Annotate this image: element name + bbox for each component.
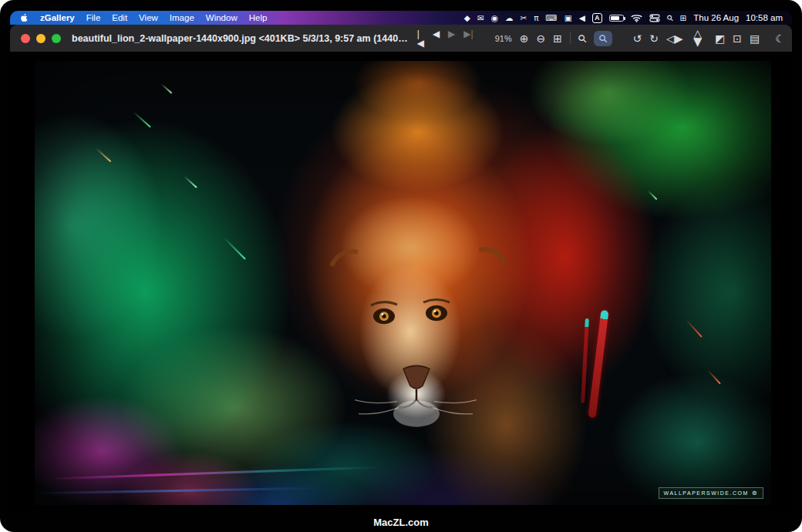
first-image-button[interactable]: |◀ bbox=[417, 29, 424, 48]
battery-fill bbox=[611, 16, 619, 20]
toolbar-divider bbox=[570, 32, 571, 44]
viewer-canvas: WALLPAPERSWIDE.COM ⊚ bbox=[10, 52, 792, 510]
scissors-icon[interactable]: ✂ bbox=[520, 14, 527, 22]
fullscreen-button[interactable] bbox=[52, 34, 61, 43]
light-ray bbox=[49, 466, 381, 480]
menu-file[interactable]: File bbox=[86, 13, 101, 22]
meteor-streak bbox=[133, 111, 151, 128]
magnifier-icon: ⚲ bbox=[596, 31, 611, 45]
meteor-streak bbox=[161, 83, 173, 94]
menu-window[interactable]: Window bbox=[206, 13, 238, 22]
feather-ornament bbox=[588, 309, 608, 417]
apple-menu-icon[interactable] bbox=[19, 12, 29, 23]
spotlight-icon[interactable]: ⚲ bbox=[665, 13, 675, 23]
light-ray bbox=[35, 487, 315, 494]
screen: zGallery File Edit View Image Window Hel… bbox=[10, 11, 792, 510]
menu-view[interactable]: View bbox=[139, 13, 158, 22]
menu-edit[interactable]: Edit bbox=[112, 13, 127, 22]
meteor-streak bbox=[647, 190, 657, 200]
meteor-streak bbox=[223, 237, 246, 260]
rotate-ccw-button[interactable]: ↺ bbox=[632, 33, 642, 44]
zoom-actual-button[interactable]: ⚲ bbox=[575, 32, 588, 45]
mail-icon[interactable]: ✉ bbox=[477, 14, 484, 22]
resize-button[interactable]: ⊡ bbox=[733, 33, 742, 44]
dark-mode-button[interactable]: ☾ bbox=[775, 33, 785, 44]
meteor-streak bbox=[96, 148, 112, 163]
battery-icon[interactable] bbox=[609, 15, 624, 22]
print-button[interactable]: ▤ bbox=[750, 33, 760, 44]
toolbar: ⊕ ⊖ ⊞ ⚲ ⚲ ↺ ↻ ◁▶ ◁▶ ◩ ⊡ ▤ ☾ ⊙ » bbox=[520, 31, 792, 46]
watermark: WALLPAPERSWIDE.COM ⊚ bbox=[659, 487, 763, 499]
macbook-frame: zGallery File Edit View Image Window Hel… bbox=[0, 0, 802, 532]
display-icon[interactable]: ▣ bbox=[564, 14, 572, 22]
cloud-icon[interactable]: ☁ bbox=[505, 14, 514, 22]
next-image-button[interactable]: ▶ bbox=[448, 29, 455, 48]
menubar-status-area: ◆ ✉ ◉ ☁ ✂ π ⌨ ▣ ◀ A bbox=[464, 13, 783, 23]
volume-icon[interactable]: ◀ bbox=[579, 14, 585, 22]
minimize-button[interactable] bbox=[36, 34, 45, 43]
menu-help[interactable]: Help bbox=[249, 13, 268, 22]
flip-horizontal-button[interactable]: ◁▶ bbox=[666, 33, 683, 44]
menu-image[interactable]: Image bbox=[170, 13, 194, 22]
meteor-streak bbox=[707, 369, 721, 384]
zoom-fit-button[interactable]: ⊞ bbox=[553, 33, 562, 44]
dropbox-icon[interactable]: ◆ bbox=[464, 14, 470, 22]
lion-face-drawing bbox=[35, 61, 771, 505]
meteor-streak bbox=[184, 175, 197, 187]
footer-brand: MacZL.com bbox=[0, 517, 802, 528]
control-center-icon[interactable] bbox=[649, 14, 660, 22]
previous-image-button[interactable]: ◀ bbox=[433, 29, 440, 48]
meteor-streak bbox=[686, 319, 703, 338]
feather-ornament bbox=[581, 318, 590, 403]
last-image-button[interactable]: ▶| bbox=[463, 29, 473, 48]
screen-mirroring-icon[interactable]: ⊞ bbox=[679, 14, 686, 22]
lion-image[interactable]: WALLPAPERSWIDE.COM ⊚ bbox=[35, 61, 771, 505]
close-button[interactable] bbox=[21, 34, 30, 43]
menubar: zGallery File Edit View Image Window Hel… bbox=[10, 11, 792, 25]
firefox-icon[interactable]: ◉ bbox=[491, 14, 498, 22]
window-titlebar[interactable]: beautiful_lion_2-wallpaper-1440x900.jpg … bbox=[10, 25, 792, 52]
bridge-icon[interactable]: π bbox=[534, 14, 538, 22]
zoom-out-button[interactable]: ⊖ bbox=[536, 33, 545, 44]
adjust-button[interactable]: ◩ bbox=[715, 33, 725, 44]
wifi-icon[interactable] bbox=[631, 14, 642, 22]
watermark-globe-icon: ⊚ bbox=[752, 490, 758, 497]
traffic-lights bbox=[21, 34, 61, 43]
watermark-text: WALLPAPERSWIDE.COM bbox=[664, 490, 749, 496]
zoom-tool-button-selected[interactable]: ⚲ bbox=[594, 31, 612, 46]
menubar-date[interactable]: Thu 26 Aug bbox=[693, 13, 739, 22]
zoom-in-button[interactable]: ⊕ bbox=[520, 33, 529, 44]
keyboard-icon[interactable]: ⌨ bbox=[546, 14, 558, 22]
menubar-clock[interactable]: 10:58 am bbox=[746, 13, 783, 22]
window-title: beautiful_lion_2-wallpaper-1440x900.jpg … bbox=[72, 33, 408, 44]
app-menu-name[interactable]: zGallery bbox=[40, 13, 75, 22]
flip-vertical-button[interactable]: ◁▶ bbox=[693, 30, 704, 47]
input-source-icon[interactable]: A bbox=[592, 13, 602, 23]
rotate-cw-button[interactable]: ↻ bbox=[649, 33, 659, 44]
zoom-level: 91% bbox=[495, 34, 512, 43]
image-nav-group: |◀ ◀ ▶ ▶| bbox=[417, 29, 473, 48]
